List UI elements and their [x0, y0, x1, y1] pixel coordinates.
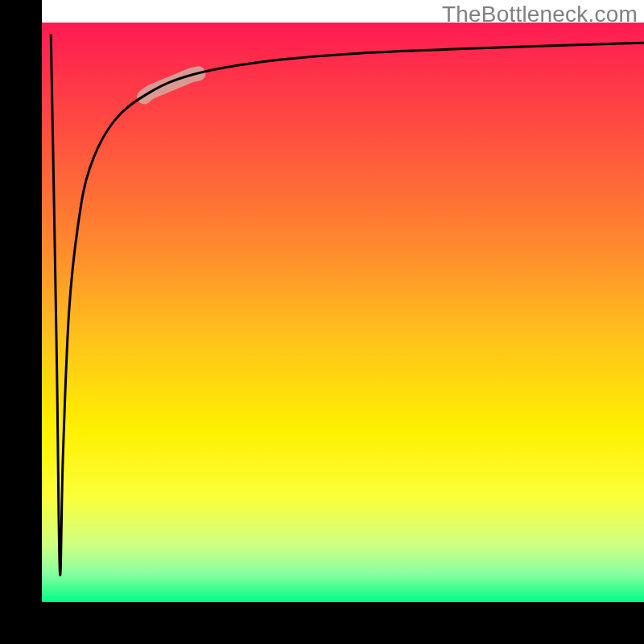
- watermark-text: TheBottleneck.com: [442, 2, 638, 27]
- axis-bottom: [0, 602, 644, 644]
- axis-left: [0, 0, 42, 644]
- bottleneck-chart: [0, 0, 644, 644]
- plot-background: [42, 23, 644, 602]
